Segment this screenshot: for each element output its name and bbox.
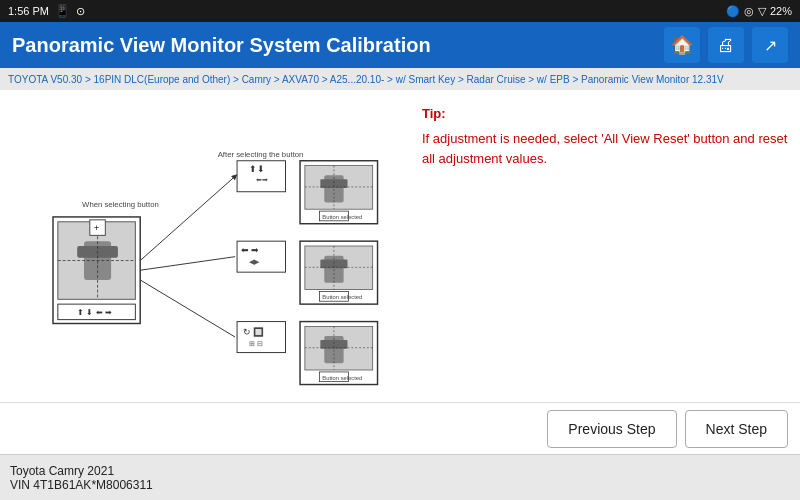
time-display: 1:56 PM (8, 5, 49, 17)
svg-text:Button selected: Button selected (322, 375, 362, 381)
svg-text:⬆  ⬇  ⬅  ➡: ⬆ ⬇ ⬅ ➡ (77, 308, 111, 317)
calibration-diagram: When selecting button + ⬆ ⬇ ⬅ ➡ After se… (18, 91, 398, 401)
main-content: When selecting button + ⬆ ⬇ ⬅ ➡ After se… (0, 90, 800, 402)
svg-text:↻  🔲: ↻ 🔲 (243, 326, 264, 338)
tip-text: If adjustment is needed, select 'All Vie… (422, 129, 788, 168)
battery-display: 22% (770, 5, 792, 17)
next-step-button[interactable]: Next Step (685, 410, 788, 448)
previous-step-button[interactable]: Previous Step (547, 410, 676, 448)
svg-text:⬆⬇: ⬆⬇ (249, 164, 265, 174)
vehicle-vin: VIN 4T1B61AK*M8006311 (10, 478, 790, 492)
header-icons: 🏠 🖨 ↗ (664, 27, 788, 63)
svg-text:⬅➡: ⬅➡ (256, 176, 268, 183)
button-bar: Previous Step Next Step (0, 402, 800, 454)
tip-label: Tip: (422, 106, 788, 121)
header: Panoramic View Monitor System Calibratio… (0, 22, 800, 68)
sim-icon: 📱 (55, 4, 70, 18)
svg-text:⊞ ⊟: ⊞ ⊟ (249, 340, 263, 347)
svg-text:Button selected: Button selected (322, 294, 362, 300)
svg-text:◀▶: ◀▶ (249, 258, 260, 265)
signal-icon: ▽ (758, 5, 766, 18)
diagram-area: When selecting button + ⬆ ⬇ ⬅ ➡ After se… (8, 98, 408, 394)
breadcrumb: TOYOTA V50.30 > 16PIN DLC(Europe and Oth… (0, 68, 800, 90)
status-right: 🔵 ◎ ▽ 22% (726, 5, 792, 18)
vehicle-model: Toyota Camry 2021 (10, 464, 790, 478)
svg-rect-45 (237, 399, 285, 401)
svg-line-46 (140, 176, 235, 260)
svg-line-48 (140, 280, 235, 337)
extra-icon: ⊙ (76, 5, 85, 18)
svg-text:Button selected: Button selected (322, 214, 362, 220)
print-button[interactable]: 🖨 (708, 27, 744, 63)
export-button[interactable]: ↗ (752, 27, 788, 63)
svg-text:⬅  ➡: ⬅ ➡ (241, 245, 259, 255)
status-left: 1:56 PM 📱 ⊙ (8, 4, 85, 18)
svg-text:+: + (94, 222, 100, 233)
svg-text:When selecting button: When selecting button (82, 200, 159, 209)
status-bar: 1:56 PM 📱 ⊙ 🔵 ◎ ▽ 22% (0, 0, 800, 22)
home-button[interactable]: 🏠 (664, 27, 700, 63)
svg-line-47 (140, 257, 235, 271)
info-bar: Toyota Camry 2021 VIN 4T1B61AK*M8006311 (0, 454, 800, 500)
breadcrumb-text: TOYOTA V50.30 > 16PIN DLC(Europe and Oth… (8, 74, 724, 85)
bluetooth-icon: 🔵 (726, 5, 740, 18)
wifi-icon: ◎ (744, 5, 754, 18)
page-title: Panoramic View Monitor System Calibratio… (12, 34, 431, 57)
svg-text:After selecting the button: After selecting the button (218, 150, 304, 159)
tip-area: Tip: If adjustment is needed, select 'Al… (418, 98, 792, 394)
